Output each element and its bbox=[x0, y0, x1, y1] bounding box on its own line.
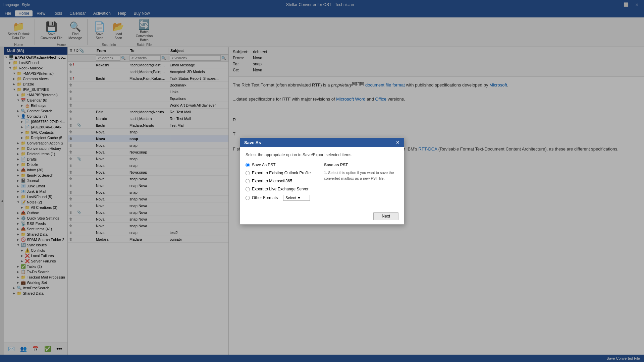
dialog-instruction: Select the appropriate option to Save/Ex… bbox=[246, 153, 398, 157]
dialog-close-btn[interactable]: ✕ bbox=[396, 140, 400, 145]
option-save-pst[interactable]: Save As PST bbox=[246, 163, 320, 167]
radio-save-pst[interactable] bbox=[246, 163, 250, 167]
option-other-formats: Other Formats Select ▼ bbox=[246, 195, 320, 201]
dropdown-arrow-icon: ▼ bbox=[297, 196, 301, 200]
dialog-right-desc: 1. Select this option if you want to sav… bbox=[324, 170, 398, 181]
radio-other-formats[interactable] bbox=[246, 196, 250, 200]
option-other-label: Other Formats bbox=[252, 195, 278, 200]
option-exchange-label: Export to Live Exchange Server bbox=[252, 187, 309, 191]
dialog-body: Select the appropriate option to Save/Ex… bbox=[240, 147, 404, 209]
option-existing-outlook[interactable]: Export to Existing Outlook Profile bbox=[246, 171, 320, 175]
dialog-right-title: Save as PST bbox=[324, 163, 398, 167]
option-pst-label: Save As PST bbox=[252, 163, 276, 167]
dialog-footer: Next bbox=[240, 209, 404, 224]
radio-m365[interactable] bbox=[246, 179, 250, 183]
other-formats-select[interactable]: Select ▼ bbox=[283, 195, 310, 201]
dialog-title: Save As bbox=[244, 140, 261, 145]
option-existing-label: Export to Existing Outlook Profile bbox=[252, 171, 311, 175]
option-m365[interactable]: Export to Microsoft365 bbox=[246, 179, 320, 183]
next-button[interactable]: Next bbox=[373, 212, 398, 220]
radio-existing-outlook[interactable] bbox=[246, 171, 250, 175]
dialog-options: Save As PST Export to Existing Outlook P… bbox=[246, 163, 320, 204]
radio-live-exchange[interactable] bbox=[246, 187, 250, 191]
dialog-right-panel: Save as PST 1. Select this option if you… bbox=[324, 163, 398, 204]
dialog-title-bar: Save As ✕ bbox=[240, 138, 404, 147]
select-label: Select bbox=[285, 196, 296, 200]
option-m365-label: Export to Microsoft365 bbox=[252, 179, 292, 183]
option-live-exchange[interactable]: Export to Live Exchange Server bbox=[246, 187, 320, 191]
dialog-overlay: Save As ✕ Select the appropriate option … bbox=[0, 0, 644, 362]
save-as-dialog: Save As ✕ Select the appropriate option … bbox=[240, 137, 404, 225]
dialog-columns: Save As PST Export to Existing Outlook P… bbox=[246, 163, 398, 204]
